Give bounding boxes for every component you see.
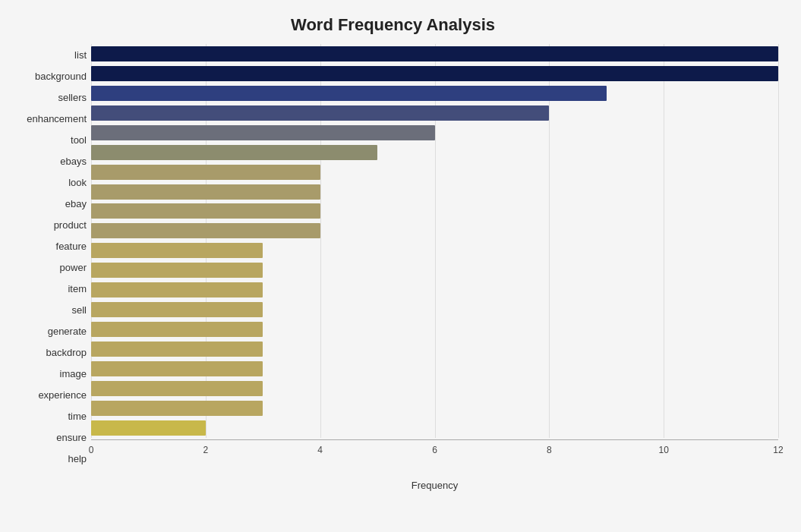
bar-time — [91, 381, 263, 396]
plot-area: Frequency 024681012 — [91, 44, 778, 470]
bar-row-experience — [91, 360, 778, 378]
bar-ebays — [91, 145, 377, 160]
x-tick-0: 0 — [89, 445, 94, 455]
y-label-enhancement: enhancement — [8, 109, 87, 127]
y-label-sellers: sellers — [8, 88, 87, 106]
y-label-backdrop: backdrop — [8, 344, 87, 362]
bar-ensure — [91, 401, 263, 416]
bar-background — [91, 66, 778, 81]
y-label-feature: feature — [8, 237, 87, 255]
bar-row-feature — [91, 222, 778, 240]
bar-row-ebay — [91, 183, 778, 201]
bar-backdrop — [91, 322, 263, 337]
x-tick-6: 6 — [432, 445, 437, 455]
y-label-product: product — [8, 216, 87, 234]
x-tick-8: 8 — [547, 445, 552, 455]
x-axis-label: Frequency — [91, 480, 778, 491]
bar-look — [91, 165, 320, 180]
y-label-background: background — [8, 67, 87, 85]
y-label-generate: generate — [8, 323, 87, 341]
bars-container — [91, 44, 778, 438]
bar-row-tool — [91, 124, 778, 142]
bar-power — [91, 243, 263, 258]
bar-row-ensure — [91, 399, 778, 417]
chart-area: listbackgroundsellersenhancementtoolebay… — [8, 44, 778, 470]
bar-product — [91, 203, 320, 219]
bar-row-enhancement — [91, 104, 778, 122]
bar-row-look — [91, 163, 778, 181]
y-label-help: help — [8, 450, 87, 468]
bar-experience — [91, 361, 263, 376]
bar-item — [91, 263, 263, 278]
y-label-ebay: ebay — [8, 194, 87, 212]
bar-row-backdrop — [91, 320, 778, 338]
bar-help — [91, 420, 206, 436]
bar-ebay — [91, 184, 320, 200]
bar-row-ebays — [91, 143, 778, 162]
bar-row-help — [91, 419, 778, 437]
bar-row-item — [91, 261, 778, 279]
bar-generate — [91, 302, 263, 317]
bar-row-generate — [91, 301, 778, 319]
bar-row-list — [91, 45, 778, 63]
x-axis: Frequency 024681012 — [91, 439, 778, 470]
bar-sellers — [91, 86, 607, 101]
y-label-tool: tool — [8, 131, 87, 149]
chart-container: Word Frequency Analysis listbackgroundse… — [0, 0, 801, 532]
x-tick-2: 2 — [203, 445, 208, 455]
bar-row-image — [91, 340, 778, 358]
bar-tool — [91, 125, 435, 140]
y-axis: listbackgroundsellersenhancementtoolebay… — [8, 44, 91, 470]
y-label-image: image — [8, 365, 87, 383]
y-label-power: power — [8, 258, 87, 276]
chart-title: Word Frequency Analysis — [8, 15, 778, 35]
y-label-look: look — [8, 173, 87, 191]
y-label-time: time — [8, 408, 87, 426]
grid-line-12 — [778, 44, 779, 438]
x-tick-4: 4 — [317, 445, 323, 455]
bar-row-background — [91, 65, 778, 83]
bar-feature — [91, 223, 320, 238]
bar-row-power — [91, 241, 778, 260]
bar-enhancement — [91, 105, 549, 121]
bar-row-time — [91, 379, 778, 398]
bar-row-product — [91, 202, 778, 220]
bar-image — [91, 342, 263, 357]
x-tick-12: 12 — [773, 445, 783, 455]
y-label-ebays: ebays — [8, 152, 87, 170]
bar-row-sellers — [91, 84, 778, 102]
bar-row-sell — [91, 281, 778, 299]
bar-sell — [91, 282, 263, 297]
y-label-ensure: ensure — [8, 429, 87, 447]
y-label-sell: sell — [8, 301, 87, 320]
y-label-item: item — [8, 280, 87, 298]
y-label-experience: experience — [8, 386, 87, 405]
x-tick-10: 10 — [658, 445, 668, 455]
y-label-list: list — [8, 46, 87, 64]
bar-list — [91, 46, 778, 61]
